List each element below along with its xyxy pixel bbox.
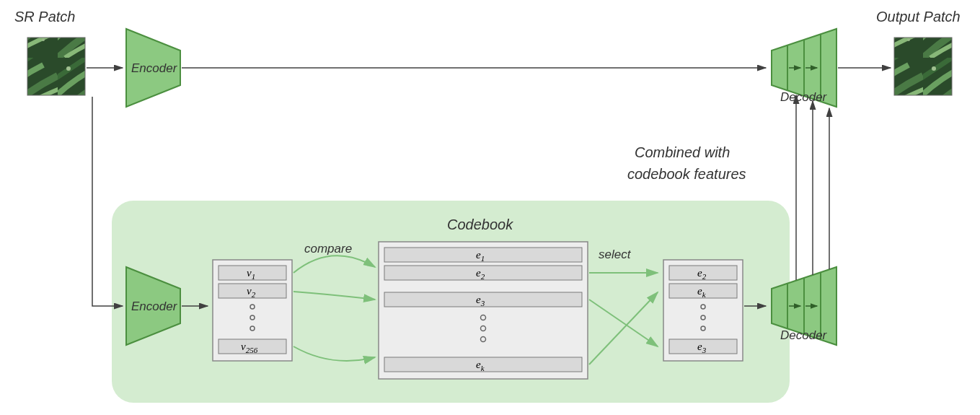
bottom-decoder-label: Decoder [780,328,828,342]
compare-label: compare [304,242,352,255]
cb-e3-sub: 3 [480,299,485,307]
top-encoder: Encoder [126,29,180,107]
codebook-box: e1 e2 e3 ek [379,242,588,379]
sel-1-sub: 2 [702,272,707,281]
sr-patch-image [27,38,85,95]
svg-rect-3 [27,38,85,95]
selected-box: e2 ek e3 [663,260,743,361]
sr-patch-label: SR Patch [14,9,75,25]
cb-e1-sub: 1 [481,254,485,263]
bottom-encoder-label: Encoder [131,300,178,313]
top-encoder-label: Encoder [131,61,178,75]
top-decoder-label: Decoder [780,90,828,104]
combined-label-2: codebook features [627,166,746,182]
sel-3-sub: 3 [702,346,707,354]
codebook-label: Codebook [447,217,513,232]
latent-v2-sub: 2 [252,290,256,299]
latent-box: v1 v2 v256 [213,260,292,361]
output-patch-label: Output Patch [876,9,961,25]
select-label: select [599,248,632,261]
top-decoder: Decoder [772,29,836,107]
svg-rect-4 [894,38,952,95]
cb-e2-sub: 2 [481,272,485,281]
output-patch-image [894,38,952,95]
combined-label-1: Combined with [635,144,730,160]
latent-v256-sub: 256 [246,346,258,354]
latent-v1-sub: 1 [252,272,256,281]
